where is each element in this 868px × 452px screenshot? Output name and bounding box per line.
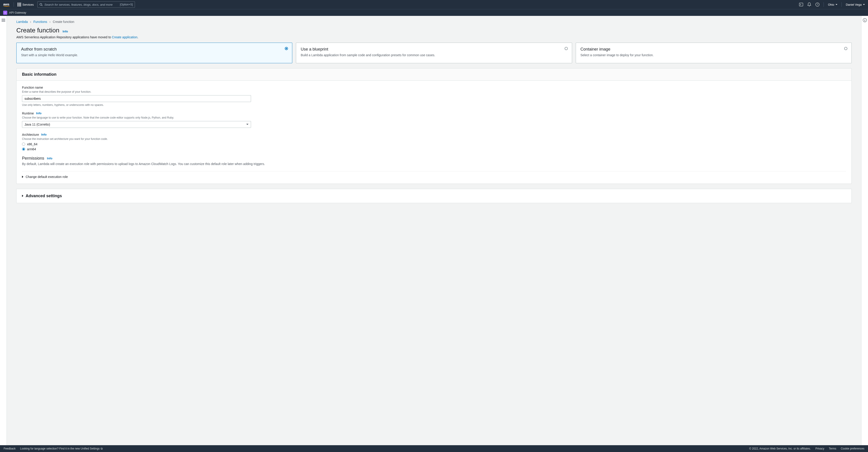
permissions-desc: By default, Lambda will create an execut… xyxy=(22,162,846,166)
permissions-header: Permissions Info xyxy=(22,156,846,161)
panel-advanced-settings: Advanced settings xyxy=(16,189,852,203)
option-title: Use a blueprint xyxy=(301,47,567,52)
permissions-label: Permissions xyxy=(22,156,44,161)
favorites-bar: ⎄ API Gateway xyxy=(0,9,868,16)
services-menu[interactable]: Services xyxy=(18,3,34,6)
page-subhead: AWS Serverless Application Repository ap… xyxy=(16,35,852,39)
radio-indicator-icon xyxy=(844,47,847,50)
aws-smile-icon xyxy=(3,5,10,7)
search-shortcut: [Option+S] xyxy=(120,3,133,6)
function-name-hint: Enter a name that describes the purpose … xyxy=(22,90,251,93)
top-nav: aws Services [Option+S] ? Ohio Daniel Ve… xyxy=(0,0,868,9)
panel-title: Basic information xyxy=(22,72,846,77)
runtime-hint: Choose the language to use to write your… xyxy=(22,116,251,119)
cloudshell-icon[interactable] xyxy=(799,2,803,7)
chevron-right-icon: › xyxy=(30,20,31,24)
option-author-from-scratch[interactable]: Author from scratch Start with a simple … xyxy=(16,43,292,63)
permissions-info-link[interactable]: Info xyxy=(47,157,52,160)
panel-basic-information: Basic information Function name Enter a … xyxy=(16,68,852,184)
field-architecture: Architecture Info Choose the instruction… xyxy=(22,133,251,151)
option-title: Author from scratch xyxy=(21,47,287,52)
advanced-settings-label: Advanced settings xyxy=(26,194,62,198)
caret-down-icon xyxy=(863,4,865,5)
aws-logo[interactable]: aws xyxy=(3,2,10,7)
breadcrumb-functions[interactable]: Functions xyxy=(33,20,47,24)
creation-option-row: Author from scratch Start with a simple … xyxy=(16,43,852,63)
radio-icon xyxy=(22,142,25,146)
region-selector[interactable]: Ohio xyxy=(828,3,837,6)
main-layout: Lambda › Functions › Create function Cre… xyxy=(0,16,868,445)
arch-option-x86-64[interactable]: x86_64 xyxy=(22,142,251,146)
option-use-a-blueprint[interactable]: Use a blueprint Build a Lambda applicati… xyxy=(296,43,572,63)
svg-point-7 xyxy=(865,19,865,20)
runtime-value: Java 11 (Corretto) xyxy=(25,123,50,126)
help-icon[interactable]: ? xyxy=(815,2,819,7)
runtime-select-wrap: Java 11 (Corretto) xyxy=(22,121,251,128)
notifications-icon[interactable] xyxy=(807,2,811,7)
field-runtime: Runtime Info Choose the language to use … xyxy=(22,111,251,128)
search-icon xyxy=(39,3,43,6)
user-label: Daniel Vega xyxy=(846,3,862,6)
expander-execution-role-toggle[interactable]: Change default execution role xyxy=(22,175,846,179)
region-label: Ohio xyxy=(828,3,834,6)
function-name-input[interactable] xyxy=(22,95,251,102)
architecture-label: Architecture xyxy=(22,133,39,136)
breadcrumb-current: Create function xyxy=(53,20,74,24)
caret-down-icon xyxy=(246,124,249,125)
favorite-chip-api-gateway[interactable]: ⎄ API Gateway xyxy=(3,11,26,15)
page-title: Create function xyxy=(16,27,59,34)
field-function-name: Function name Enter a name that describe… xyxy=(22,86,251,106)
arch-option-arm64[interactable]: arm64 xyxy=(22,147,251,151)
user-menu[interactable]: Daniel Vega xyxy=(846,3,865,6)
page-info-link[interactable]: Info xyxy=(63,30,68,33)
execution-role-label: Change default execution role xyxy=(26,175,68,179)
architecture-label-row: Architecture Info xyxy=(22,133,251,136)
runtime-select[interactable]: Java 11 (Corretto) xyxy=(22,121,251,128)
search-bar[interactable]: [Option+S] xyxy=(37,1,135,8)
divider xyxy=(824,2,824,7)
topnav-right: ? Ohio Daniel Vega xyxy=(799,2,865,7)
option-desc: Build a Lambda application from sample c… xyxy=(301,53,567,58)
breadcrumb: Lambda › Functions › Create function xyxy=(16,20,852,24)
subhead-text: AWS Serverless Application Repository ap… xyxy=(16,35,112,39)
runtime-label-row: Runtime Info xyxy=(22,111,251,115)
option-container-image[interactable]: Container image Select a container image… xyxy=(576,43,852,63)
search-input[interactable] xyxy=(44,3,118,6)
api-gateway-icon: ⎄ xyxy=(3,11,7,15)
svg-rect-8 xyxy=(865,20,865,21)
expander-execution-role: Change default execution role xyxy=(22,171,846,179)
function-name-note: Use only letters, numbers, hyphens, or u… xyxy=(22,103,251,106)
svg-text:?: ? xyxy=(817,3,818,6)
radio-indicator-icon xyxy=(565,47,568,50)
function-name-label: Function name xyxy=(22,86,251,89)
option-title: Container image xyxy=(581,47,847,52)
breadcrumb-lambda[interactable]: Lambda xyxy=(16,20,28,24)
panel-body: Function name Enter a name that describe… xyxy=(17,81,851,184)
svg-point-3 xyxy=(809,6,810,7)
divider xyxy=(841,2,842,7)
radio-icon xyxy=(22,148,25,151)
grid-icon xyxy=(18,3,21,6)
triangle-right-icon xyxy=(22,195,23,197)
panel-header: Basic information xyxy=(17,68,851,81)
runtime-label: Runtime xyxy=(22,111,34,115)
arch-option-label: arm64 xyxy=(27,147,36,151)
architecture-hint: Choose the instruction set architecture … xyxy=(22,137,251,140)
svg-point-0 xyxy=(40,3,42,5)
sidebar-toggle[interactable] xyxy=(2,18,5,445)
left-rail xyxy=(0,16,7,445)
runtime-info-link[interactable]: Info xyxy=(36,111,41,115)
option-desc: Start with a simple Hello World example. xyxy=(21,53,287,58)
content: Lambda › Functions › Create function Cre… xyxy=(7,16,861,445)
chevron-right-icon: › xyxy=(50,20,51,24)
page-header: Create function Info xyxy=(16,27,852,34)
svg-line-1 xyxy=(41,5,42,6)
create-application-link[interactable]: Create application xyxy=(112,35,137,39)
architecture-radio-group: x86_64 arm64 xyxy=(22,142,251,151)
info-panel-toggle[interactable] xyxy=(863,18,867,445)
arch-option-label: x86_64 xyxy=(27,142,37,146)
option-desc: Select a container image to deploy for y… xyxy=(581,53,847,58)
caret-down-icon xyxy=(836,4,837,5)
expander-advanced-toggle[interactable]: Advanced settings xyxy=(22,194,846,198)
architecture-info-link[interactable]: Info xyxy=(41,133,47,136)
